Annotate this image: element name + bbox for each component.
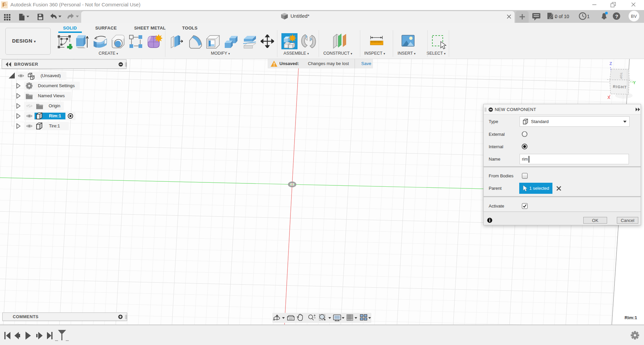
svg-text:Z: Z	[609, 61, 612, 66]
svg-text:0 of 10: 0 of 10	[555, 14, 569, 19]
svg-text:TOP: TOP	[619, 72, 623, 79]
svg-text:X: X	[607, 95, 610, 100]
svg-text:1: 1	[587, 14, 590, 19]
svg-text:RIGHT: RIGHT	[613, 84, 627, 89]
svg-text:Y: Y	[633, 80, 636, 85]
svg-text:BV: BV	[631, 14, 637, 19]
svg-text:?: ?	[615, 13, 618, 19]
